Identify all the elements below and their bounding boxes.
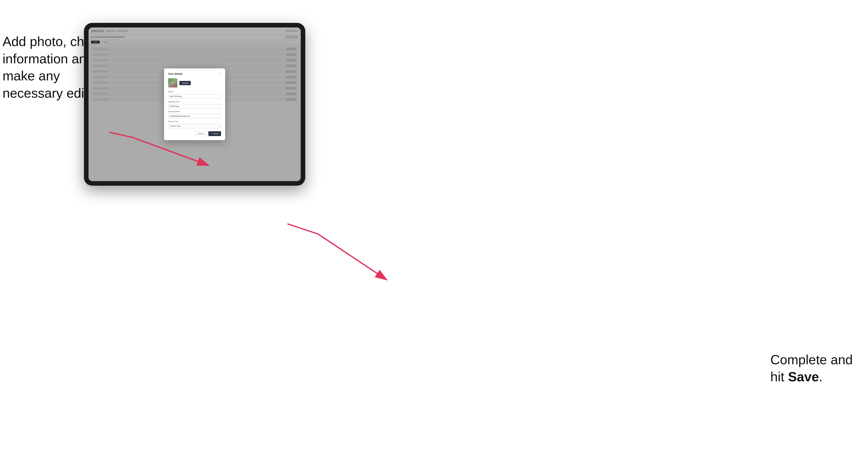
modal-close-button[interactable]: ×: [220, 73, 221, 75]
email-label: Email address: [168, 111, 221, 113]
upload-photo-button[interactable]: Upload: [179, 81, 191, 85]
cancel-button[interactable]: Cancel: [195, 131, 207, 136]
name-field-group: Name: [168, 91, 221, 98]
school-year-wrapper: ⌄ ×: [168, 123, 221, 128]
school-year-clear-icon[interactable]: ×: [219, 125, 220, 127]
school-year-chevron-icon: ⌄: [216, 125, 218, 127]
annotation-right: Complete and hit Save.: [770, 351, 853, 385]
modal-footer: Cancel ⤒ Save: [168, 131, 221, 136]
email-input[interactable]: [168, 114, 221, 118]
school-year-input[interactable]: [168, 124, 221, 128]
modal-title: User details: [168, 72, 183, 75]
display-name-label: Display name: [168, 100, 221, 103]
name-label: Name: [168, 91, 221, 93]
email-field-group: Email address: [168, 111, 221, 118]
tablet-screen: Users Billing: [89, 28, 301, 181]
profile-photo: [168, 79, 177, 88]
profile-photo-image: [168, 79, 177, 88]
modal-backdrop: User details × Upload N: [89, 28, 301, 181]
display-name-field-group: Display name: [168, 100, 221, 108]
person-silhouette: [171, 82, 175, 88]
save-button[interactable]: ⤒ Save: [208, 131, 221, 136]
display-name-input[interactable]: [168, 104, 221, 108]
save-icon: ⤒: [211, 132, 213, 135]
name-input[interactable]: [168, 94, 221, 98]
photo-section: Upload: [168, 79, 221, 88]
app-background: Users Billing: [89, 28, 301, 181]
tablet-device: Users Billing: [84, 23, 305, 186]
user-details-modal: User details × Upload N: [164, 68, 225, 140]
school-year-label: School Year: [168, 120, 221, 123]
school-year-field-group: School Year ⌄ ×: [168, 120, 221, 128]
modal-header: User details ×: [168, 72, 221, 75]
